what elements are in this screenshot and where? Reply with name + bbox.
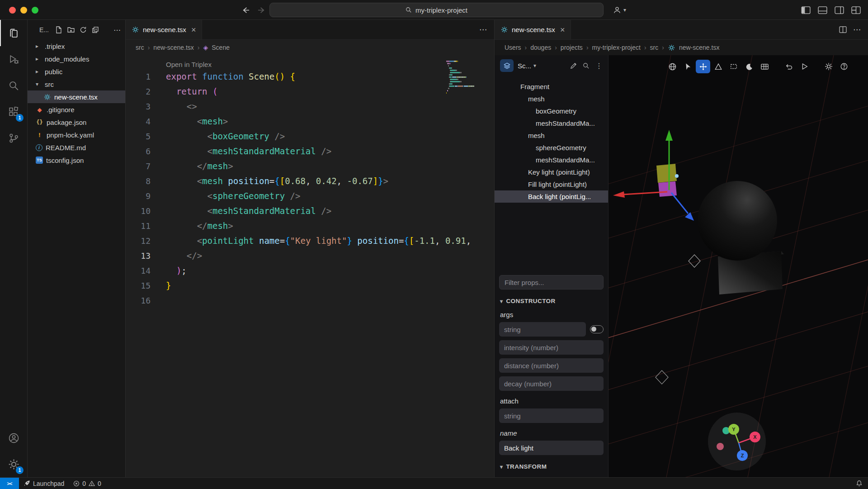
launchpad-button[interactable]: Launchpad [19, 478, 69, 489]
code-line[interactable]: 7 </mesh> [126, 159, 494, 174]
accounts-button[interactable] [0, 425, 27, 451]
navigation-gizmo[interactable]: Y X Z [708, 413, 766, 470]
notifications-button[interactable] [851, 478, 868, 489]
code-line[interactable]: 2 return ( [126, 84, 494, 99]
gizmo-plane-xy[interactable] [656, 164, 677, 183]
code-line[interactable]: 13 </> [126, 248, 494, 263]
prop-input[interactable] [499, 376, 604, 391]
remote-indicator[interactable]: >< [0, 478, 19, 489]
editor-more-actions-icon[interactable]: ⋯ [479, 25, 487, 34]
breadcrumb-item[interactable]: projects [561, 44, 583, 51]
code-line[interactable]: 6 <meshStandardMaterial /> [126, 144, 494, 159]
select-tool-button[interactable] [680, 60, 695, 73]
split-editor-button[interactable] [839, 26, 847, 33]
lighting-mode-button[interactable] [742, 60, 756, 73]
scene-tree-row[interactable]: mesh [495, 93, 608, 105]
scenes-button[interactable] [500, 59, 514, 72]
scene-tree-row[interactable]: sphereGeometry [495, 142, 608, 154]
tab-new-scene[interactable]: new-scene.tsx × [126, 20, 202, 39]
prop-input[interactable] [499, 340, 604, 355]
scene-tree-row[interactable]: Fill light (pointLight) [495, 178, 608, 190]
undo-button[interactable] [782, 60, 796, 73]
world-space-button[interactable] [665, 60, 679, 73]
breadcrumb-item[interactable]: douges [530, 44, 551, 51]
sidebar-item-extensions[interactable]: 1 [0, 99, 27, 125]
gizmo-axis-z[interactable] [671, 193, 688, 214]
code-editor[interactable]: Open in Triplex 1export function Scene()… [126, 55, 494, 477]
code-line[interactable]: 11 </mesh> [126, 218, 494, 233]
collapse-all-button[interactable] [92, 26, 99, 33]
command-center-search[interactable]: my-triplex-project [269, 3, 604, 17]
props-section-header[interactable]: ▾CONSTRUCTOR [500, 298, 603, 304]
code-line[interactable]: 5 <boxGeometry /> [126, 129, 494, 144]
toggle-panel-button[interactable] [818, 6, 827, 14]
sidebar-item-run-debug[interactable] [0, 46, 27, 72]
axis-ball-neg[interactable] [717, 443, 724, 450]
translate-tool-button[interactable] [696, 60, 710, 73]
scene-tree-row[interactable]: mesh [495, 129, 608, 142]
toggle-primary-sidebar-button[interactable] [801, 6, 811, 14]
file-row[interactable]: !pnpm-lock.yaml [28, 128, 125, 141]
code-line[interactable]: 1export function Scene() { [126, 69, 494, 84]
prop-input[interactable] [499, 322, 586, 337]
new-file-button[interactable] [55, 26, 62, 33]
open-in-triplex-codelens[interactable]: Open in Triplex [166, 61, 494, 68]
code-line[interactable]: 16 [126, 293, 494, 308]
props-section-header[interactable]: ▾TRANSFORM [500, 463, 603, 470]
back-button[interactable] [241, 6, 250, 14]
rotate-tool-button[interactable] [711, 60, 726, 73]
scene-select[interactable]: Sc... ▾ [518, 62, 539, 70]
more-actions-icon[interactable]: ⋯ [113, 26, 121, 34]
kebab-menu-icon[interactable]: ⋮ [595, 62, 603, 70]
code-line[interactable]: 15} [126, 278, 494, 293]
prop-input[interactable] [499, 441, 604, 455]
file-row[interactable]: TStsconfig.json [28, 154, 125, 166]
forward-button[interactable] [257, 6, 266, 14]
play-button[interactable] [797, 60, 811, 73]
scene-tree-row[interactable]: meshStandardMa... [495, 117, 608, 129]
zoom-window-button[interactable] [32, 7, 38, 14]
sidebar-item-search[interactable] [0, 72, 27, 99]
marquee-select-button[interactable] [726, 60, 741, 73]
sidebar-item-explorer[interactable] [0, 20, 27, 46]
breadcrumb-item[interactable]: my-triplex-project [592, 44, 641, 51]
file-row[interactable]: new-scene.tsx [28, 90, 125, 103]
grid-settings-button[interactable] [757, 60, 772, 73]
code-line[interactable]: 8 <mesh position={[0.68, 0.42, -0.67]}> [126, 174, 494, 189]
close-tab-icon[interactable]: × [191, 26, 196, 34]
sphere-mesh[interactable] [698, 181, 777, 261]
customize-layout-button[interactable] [851, 6, 861, 14]
code-line[interactable]: 3 <> [126, 99, 494, 114]
breadcrumb-src[interactable]: src [136, 44, 144, 51]
scene-tree-row[interactable]: Back light (pointLig... [495, 190, 608, 203]
breadcrumb-file[interactable]: new-scene.tsx [153, 44, 193, 51]
gizmo-plane-xz[interactable] [658, 181, 677, 197]
file-row[interactable]: ▾src [28, 78, 125, 90]
close-tab-icon[interactable]: × [560, 26, 565, 34]
problems-button[interactable]: 0 0 [69, 478, 106, 489]
copilot-menu[interactable]: ▾ [613, 0, 629, 20]
sidebar-item-source-control[interactable] [0, 125, 27, 151]
toggle-switch-icon[interactable] [590, 325, 604, 333]
viewport-settings-button[interactable] [821, 60, 836, 73]
prop-input[interactable] [499, 358, 604, 373]
file-row[interactable]: ◆.gitignore [28, 103, 125, 116]
breadcrumb-item[interactable]: new-scene.tsx [679, 44, 719, 51]
minimize-window-button[interactable] [20, 7, 27, 14]
edit-button[interactable] [570, 62, 577, 69]
help-button[interactable] [837, 60, 851, 73]
code-line[interactable]: 4 <mesh> [126, 114, 494, 129]
search-scene-button[interactable] [583, 62, 590, 69]
scene-tree-row[interactable]: meshStandardMa... [495, 154, 608, 166]
pane-more-actions-icon[interactable]: ⋯ [853, 25, 861, 34]
gizmo-center[interactable] [675, 174, 679, 178]
translate-gizmo[interactable] [613, 130, 694, 221]
filter-props-input[interactable] [499, 275, 604, 290]
close-window-button[interactable] [9, 7, 16, 14]
new-folder-button[interactable] [67, 26, 75, 33]
code-line[interactable]: 14 ); [126, 263, 494, 278]
breadcrumb-item[interactable]: src [650, 44, 659, 51]
file-row[interactable]: {}package.json [28, 116, 125, 128]
file-row[interactable]: ▸public [28, 65, 125, 78]
scene-tree-row[interactable]: Key light (pointLight) [495, 166, 608, 178]
